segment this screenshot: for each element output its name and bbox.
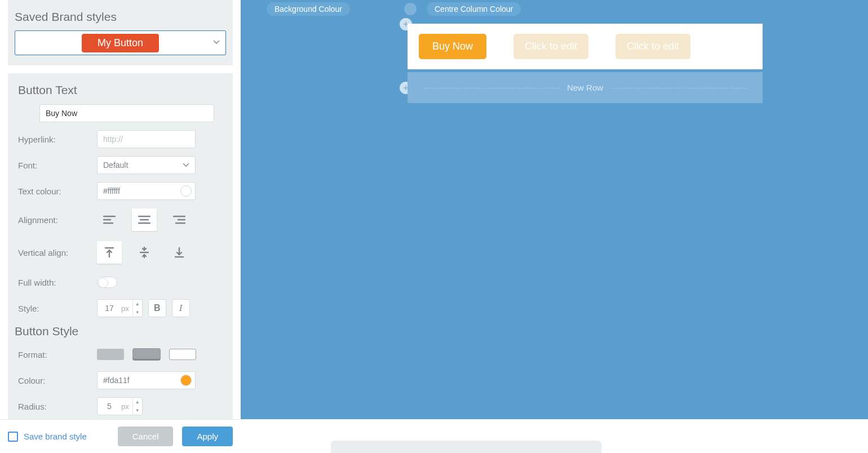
text-colour-swatch xyxy=(180,185,192,197)
new-row-strip[interactable]: New Row xyxy=(408,72,763,103)
brand-style-select[interactable]: My Button xyxy=(15,30,226,55)
saved-brand-card: Saved Brand styles My Button xyxy=(8,0,233,65)
font-size-unit: px xyxy=(121,304,132,313)
radius-unit: px xyxy=(121,402,132,411)
save-brand-checkbox[interactable] xyxy=(8,432,18,442)
button-text-card: Button Text Hyperlink: Font: Default xyxy=(8,73,233,419)
radius-value: 5 xyxy=(98,402,121,411)
format-label: Format: xyxy=(18,350,97,359)
font-select-value: Default xyxy=(103,161,128,170)
cancel-button[interactable]: Cancel xyxy=(118,427,174,446)
bottom-tray xyxy=(331,441,601,453)
button-style-title: Button Style xyxy=(15,325,226,338)
new-row-label: New Row xyxy=(567,83,603,92)
centre-column-tag[interactable]: Centre Column Colour xyxy=(427,2,521,16)
text-colour-label: Text colour: xyxy=(18,186,97,196)
align-right-icon xyxy=(173,215,185,225)
valign-middle-icon xyxy=(138,246,150,259)
chevron-down-icon xyxy=(213,37,220,47)
colour-swatch xyxy=(180,375,192,386)
style-label: Style: xyxy=(18,304,97,313)
dash-left xyxy=(424,88,560,88)
saved-brand-title: Saved Brand styles xyxy=(15,10,226,24)
content-row[interactable]: Buy Now Click to edit Click to edit xyxy=(408,24,763,69)
canvas: Background Colour Centre Column Colour +… xyxy=(241,0,868,419)
buy-now-button[interactable]: Buy Now xyxy=(419,34,486,59)
button-text-input[interactable] xyxy=(39,104,214,122)
format-raised-button[interactable] xyxy=(133,349,160,360)
align-right-button[interactable] xyxy=(167,208,192,231)
colour-input[interactable]: #fda11f xyxy=(97,371,196,389)
save-brand-label: Save brand style xyxy=(24,432,109,441)
placeholder-button-2[interactable]: Click to edit xyxy=(615,34,690,59)
radius-label: Radius: xyxy=(18,402,97,411)
align-left-button[interactable] xyxy=(97,208,122,231)
chevron-down-icon xyxy=(183,163,189,167)
full-width-toggle[interactable] xyxy=(97,277,117,288)
background-colour-tag[interactable]: Background Colour xyxy=(267,2,350,16)
text-colour-input[interactable]: #ffffff xyxy=(97,182,196,200)
full-width-label: Full width: xyxy=(18,278,97,287)
down-icon[interactable]: ▼ xyxy=(133,406,142,415)
valign-top-icon xyxy=(103,246,116,259)
italic-button[interactable]: I xyxy=(172,299,190,317)
button-text-title: Button Text xyxy=(18,83,226,97)
align-left-icon xyxy=(103,215,116,225)
brand-style-preview: My Button xyxy=(82,34,159,52)
column-handle[interactable] xyxy=(404,3,417,15)
up-icon[interactable]: ▲ xyxy=(133,300,142,308)
format-flat-button[interactable] xyxy=(97,349,124,360)
alignment-label: Alignment: xyxy=(18,215,97,225)
font-label: Font: xyxy=(18,161,97,170)
properties-panel: Saved Brand styles My Button Button Text… xyxy=(0,0,241,453)
font-select[interactable]: Default xyxy=(97,156,196,174)
valign-bottom-button[interactable] xyxy=(167,241,192,264)
panel-footer: Save brand style Cancel Apply xyxy=(0,419,241,453)
text-colour-value: #ffffff xyxy=(103,186,120,196)
placeholder-button-1[interactable]: Click to edit xyxy=(513,34,588,59)
down-icon[interactable]: ▼ xyxy=(133,308,142,317)
align-center-icon xyxy=(138,215,150,225)
vertical-align-label: Vertical align: xyxy=(18,248,97,257)
colour-value: #fda11f xyxy=(103,376,130,385)
valign-middle-button[interactable] xyxy=(132,241,157,264)
font-size-stepper[interactable]: 17 px ▲▼ xyxy=(97,299,143,317)
panel-scroll: Saved Brand styles My Button Button Text… xyxy=(0,0,241,419)
valign-top-button[interactable] xyxy=(97,241,122,264)
hyperlink-label: Hyperlink: xyxy=(18,135,97,144)
valign-bottom-icon xyxy=(173,246,185,259)
dash-right xyxy=(610,88,746,88)
align-center-button[interactable] xyxy=(132,208,157,231)
up-icon[interactable]: ▲ xyxy=(133,398,142,406)
colour-label: Colour: xyxy=(18,376,97,385)
radius-stepper[interactable]: 5 px ▲▼ xyxy=(97,397,143,415)
format-outline-button[interactable] xyxy=(169,349,196,360)
apply-button[interactable]: Apply xyxy=(182,427,233,446)
bold-button[interactable]: B xyxy=(148,299,166,317)
hyperlink-input[interactable] xyxy=(97,130,196,148)
font-size-value: 17 xyxy=(98,304,121,313)
